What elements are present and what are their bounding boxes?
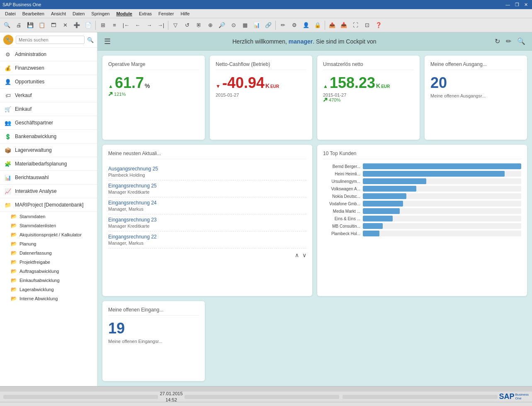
sidebar-item-administration[interactable]: ⚙ Administration: [0, 48, 97, 61]
update-link[interactable]: Eingangsrechnung 23: [108, 217, 157, 223]
user-link[interactable]: manager: [289, 38, 313, 45]
toolbar-table[interactable]: ▦: [240, 20, 250, 31]
update-link[interactable]: Eingangsrechnung 24: [108, 200, 157, 206]
list-item[interactable]: Eingangsrechnung 24Manager, Markus: [108, 197, 306, 214]
sidebar-item-verkauf[interactable]: 🏷 Verkauf: [0, 89, 97, 102]
search-input[interactable]: [16, 36, 85, 44]
toolbar-filter[interactable]: ▽: [170, 20, 181, 31]
folder-einkaufsabwicklung[interactable]: 📂 Einkaufsabwicklung: [0, 276, 97, 285]
menu-springen[interactable]: Springen: [88, 10, 113, 17]
toolbar-col2[interactable]: ⊕: [205, 20, 216, 31]
chart-bar-wrap: [363, 223, 521, 229]
toolbar-pencil[interactable]: ✏: [277, 20, 288, 31]
kpi-sub-percent: 🡽 121%: [108, 92, 199, 97]
toolbar-print[interactable]: 🖨: [13, 20, 24, 31]
toolbar-graph[interactable]: 📊: [251, 20, 262, 31]
toolbar-form[interactable]: 📄: [83, 20, 94, 31]
toolbar-close[interactable]: ✕: [60, 20, 70, 31]
folder-stammdaten[interactable]: 📂 Stammdaten: [0, 212, 97, 221]
folder-auftragsabwicklung[interactable]: 📂 Auftragsabwicklung: [0, 267, 97, 276]
update-link[interactable]: Eingangsrechnung 25: [108, 183, 157, 189]
folder-interne-abwicklung[interactable]: 📂 Interne Abwicklung: [0, 294, 97, 303]
toolbar-grid[interactable]: ⊞: [97, 20, 108, 31]
dashboard: Operative Marge ▲ 61.7 % 🡽 121% Netto-Ca…: [97, 51, 532, 386]
toolbar-back[interactable]: |←: [121, 20, 131, 31]
toolbar-prev[interactable]: ←: [132, 20, 143, 31]
toolbar-help[interactable]: ❓: [373, 20, 384, 31]
folder-icon: 📂: [11, 241, 17, 247]
update-sub: Manager Kreditkarte: [108, 224, 306, 229]
toolbar-lock[interactable]: 🔒: [312, 20, 323, 31]
toolbar-list[interactable]: ≡: [109, 20, 120, 31]
list-item[interactable]: Eingangsrechnung 22Manager, Markus: [108, 231, 306, 248]
close-button[interactable]: ✕: [522, 2, 530, 7]
update-link[interactable]: Eingangsrechnung 22: [108, 234, 157, 240]
folder-datenerfassung[interactable]: 📂 Datenerfassung: [0, 248, 97, 258]
status-bar: 27.01.2015 14:52 SAP Business One: [0, 391, 532, 402]
sidebar-item-geschaeftspartner[interactable]: 👥 Geschäftspartner: [0, 116, 97, 130]
toolbar-compress[interactable]: ⊡: [362, 20, 372, 31]
toolbar-next[interactable]: →: [144, 20, 155, 31]
sidebar-item-materialbedarfsplanung[interactable]: 🧩 Materialbedarfsplanung: [0, 157, 97, 171]
sidebar-item-mariproject[interactable]: 📁 MARIProject [Demodatenbank]: [0, 198, 97, 212]
toolbar-import[interactable]: 📥: [338, 20, 349, 31]
card-title: Meine neusten Aktuali...: [108, 151, 306, 159]
toolbar-copy[interactable]: 📋: [36, 20, 47, 31]
chart-container: Bernd Berger... Heini Heimli... Ursuline…: [323, 163, 521, 236]
folder-lagerabwicklung[interactable]: 📂 Lagerabwicklung: [0, 285, 97, 294]
menu-daten[interactable]: Daten: [69, 10, 88, 17]
toolbar-end[interactable]: →|: [155, 20, 166, 31]
sidebar-item-bankenabwicklung[interactable]: 💲 Bankenabwicklung: [0, 130, 97, 143]
toolbar-zoom[interactable]: ⊙: [228, 20, 239, 31]
search-top-icon[interactable]: 🔍: [517, 37, 525, 45]
refresh-icon[interactable]: ↻: [495, 37, 500, 45]
folder-projektfreigabe[interactable]: 📂 Projektfreigabe: [0, 258, 97, 267]
chart-label: Ursulinengym...: [323, 179, 360, 184]
wrench-icon[interactable]: 🔧: [3, 35, 13, 45]
nav-down-button[interactable]: ∨: [302, 252, 306, 258]
toolbar-expand[interactable]: ⛶: [350, 20, 361, 31]
toolbar-reset[interactable]: ↺: [182, 20, 192, 31]
folder-stammdatenlisten[interactable]: 📂 Stammdatenlisten: [0, 221, 97, 230]
sidebar-item-lagerverwaltung[interactable]: 📦 Lagerverwaltung: [0, 143, 97, 157]
list-item[interactable]: Ausgangsrechnung 25Plambeck Holding: [108, 163, 306, 180]
edit-icon[interactable]: ✏: [506, 37, 511, 45]
menu-module[interactable]: Module: [113, 10, 136, 17]
toolbar-save[interactable]: 💾: [25, 20, 36, 31]
toolbar-search2[interactable]: 🔎: [216, 20, 227, 31]
minimize-button[interactable]: —: [504, 2, 512, 7]
toolbar-search[interactable]: 🔍: [2, 20, 12, 31]
scroll-strip[interactable]: [0, 386, 532, 391]
hamburger-icon[interactable]: ☰: [104, 37, 111, 46]
list-item[interactable]: Eingangsrechnung 25Manager Kreditkarte: [108, 180, 306, 197]
chart-label: Nokia Deutsc...: [323, 194, 360, 199]
toolbar-add[interactable]: ➕: [71, 20, 82, 31]
toolbar-export[interactable]: 📤: [327, 20, 338, 31]
sidebar-item-berichtauswahl[interactable]: 📊 Berichtauswahl: [0, 171, 97, 185]
toolbar-link[interactable]: 🔗: [263, 20, 274, 31]
list-item[interactable]: Eingangsrechnung 23Manager Kreditkarte: [108, 214, 306, 231]
sidebar-item-interaktive-analyse[interactable]: 📈 Interaktive Analyse: [0, 185, 97, 198]
folder-akquisitionsprojekt[interactable]: 📂 Akquisitionsprojekt / Kalkulator: [0, 230, 97, 239]
restore-button[interactable]: ❐: [513, 2, 521, 7]
update-link[interactable]: Ausgangsrechnung 25: [108, 166, 158, 172]
trend-down-icon: ▼: [216, 83, 221, 89]
folder-planung[interactable]: 📂 Planung: [0, 239, 97, 248]
menu-extras[interactable]: Extras: [136, 10, 155, 17]
nav-up-button[interactable]: ∧: [295, 252, 299, 258]
toolbar-window[interactable]: 🗔: [48, 20, 59, 31]
sidebar-item-einkauf[interactable]: 🛒 Einkauf: [0, 102, 97, 116]
toolbar-settings[interactable]: ⚙: [289, 20, 300, 31]
trend-up-icon: ▲: [108, 83, 113, 89]
menu-datei[interactable]: Datei: [2, 10, 19, 17]
menu-hilfe[interactable]: Hilfe: [177, 10, 193, 17]
sidebar-item-finanzwesen[interactable]: 💰 Finanzwesen: [0, 61, 97, 75]
sidebar-item-opportunities[interactable]: 👤 Opportunities: [0, 75, 97, 89]
toolbar-col1[interactable]: ⛨: [193, 20, 204, 31]
search-magnifier-icon[interactable]: 🔍: [87, 37, 94, 43]
menu-ansicht[interactable]: Ansicht: [48, 10, 69, 17]
menu-bearbeiten[interactable]: Bearbeiten: [19, 10, 48, 17]
toolbar-users[interactable]: 👤: [301, 20, 311, 31]
menu-fenster[interactable]: Fenster: [155, 10, 177, 17]
sap-sub-text: Business One: [515, 393, 529, 401]
